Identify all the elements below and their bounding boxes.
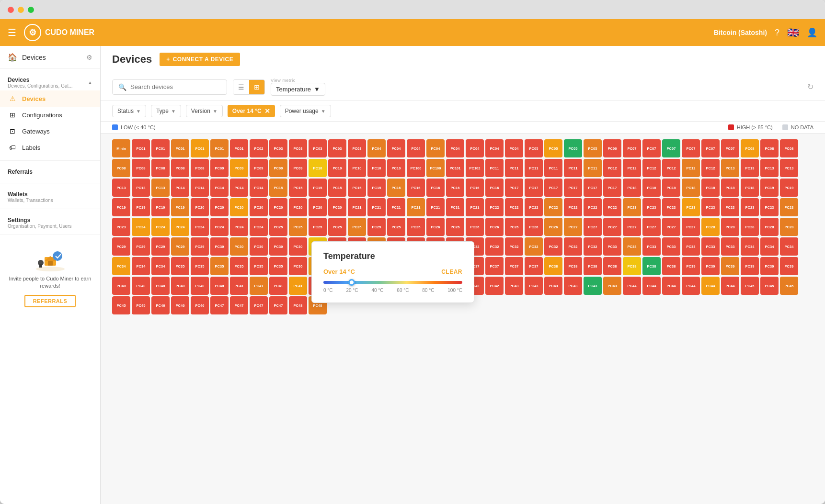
device-tile[interactable]: PC09 — [210, 159, 229, 177]
device-tile[interactable]: PC13 — [741, 159, 759, 177]
device-tile[interactable]: PC09 — [250, 159, 268, 177]
device-tile[interactable]: PC25 — [269, 218, 287, 236]
device-tile[interactable]: PC06 — [603, 139, 621, 157]
device-tile[interactable]: PC26 — [446, 218, 464, 236]
device-tile[interactable]: PC19 — [132, 198, 150, 216]
device-tile[interactable]: PC20 — [230, 198, 248, 216]
device-tile[interactable]: PC03 — [348, 139, 366, 157]
device-tile[interactable]: PC21 — [367, 198, 386, 216]
device-tile[interactable]: PC38 — [544, 257, 562, 275]
device-tile[interactable]: PC17 — [544, 179, 562, 197]
device-tile[interactable]: PC21 — [426, 198, 445, 216]
device-tile[interactable]: PC46 — [171, 296, 189, 314]
language-flag[interactable]: 🇬🇧 — [787, 27, 799, 38]
device-tile[interactable]: PC22 — [584, 198, 602, 216]
device-tile[interactable]: PC27 — [642, 218, 661, 236]
device-tile[interactable]: PC25 — [328, 218, 346, 236]
device-tile[interactable]: PC05 — [564, 139, 582, 157]
device-tile[interactable]: PC22 — [485, 198, 504, 216]
device-tile[interactable]: PC31 — [446, 198, 464, 216]
device-tile[interactable]: PC14 — [191, 179, 209, 197]
device-tile[interactable]: PC27 — [584, 218, 602, 236]
device-tile[interactable]: PC32 — [525, 237, 543, 256]
device-tile[interactable]: PC41 — [230, 277, 248, 295]
device-tile[interactable]: PC38 — [603, 257, 621, 275]
device-tile[interactable]: PC23 — [682, 198, 700, 216]
device-tile[interactable]: PC39 — [682, 257, 700, 275]
device-tile[interactable]: PC47 — [210, 296, 229, 314]
device-tile[interactable]: PC34 — [132, 257, 150, 275]
device-tile[interactable]: PC23 — [112, 218, 130, 236]
device-tile[interactable]: PC18 — [642, 179, 661, 197]
device-tile[interactable]: PC01 — [132, 139, 150, 157]
device-tile[interactable]: PC05 — [525, 139, 543, 157]
device-tile[interactable]: PC20 — [328, 198, 346, 216]
device-tile[interactable]: PC23 — [623, 198, 641, 216]
sidebar-section-settings[interactable]: Settings Organisation, Payment, Users — [0, 209, 100, 235]
device-tile[interactable]: PC28 — [760, 218, 779, 236]
device-tile[interactable]: PC32 — [544, 237, 562, 256]
device-tile[interactable]: PC25 — [407, 218, 425, 236]
device-tile[interactable]: PC11 — [544, 159, 562, 177]
device-tile[interactable]: PC36 — [289, 257, 307, 275]
user-icon[interactable]: 👤 — [807, 27, 817, 38]
device-tile[interactable]: PC27 — [682, 218, 700, 236]
device-tile[interactable]: PC20 — [269, 198, 287, 216]
device-tile[interactable]: PC05 — [544, 139, 562, 157]
device-tile[interactable]: PC12 — [701, 159, 720, 177]
device-tile[interactable]: PC33 — [603, 237, 621, 256]
device-tile[interactable]: PC27 — [623, 218, 641, 236]
device-tile[interactable]: PC30 — [269, 237, 287, 256]
device-tile[interactable]: PC10 — [309, 159, 327, 177]
device-tile[interactable]: PC08 — [132, 159, 150, 177]
device-tile[interactable]: PC09 — [230, 159, 248, 177]
device-tile[interactable]: PC26 — [466, 218, 484, 236]
device-tile[interactable]: PC24 — [171, 218, 189, 236]
device-tile[interactable]: PC34 — [760, 237, 779, 256]
device-tile[interactable]: PC11 — [525, 159, 543, 177]
device-tile[interactable]: PC40 — [191, 277, 209, 295]
type-filter-button[interactable]: Type ▼ — [151, 105, 181, 117]
device-tile[interactable]: PC35 — [210, 257, 229, 275]
device-tile[interactable]: PC43 — [584, 277, 602, 295]
device-tile[interactable]: PC11 — [485, 159, 504, 177]
minimize-icon[interactable] — [18, 7, 24, 13]
version-filter-button[interactable]: Version ▼ — [186, 105, 223, 117]
device-tile[interactable]: PC12 — [682, 159, 700, 177]
device-tile[interactable]: PC12 — [623, 159, 641, 177]
sidebar-item-gateways[interactable]: ⊡ Gateways — [0, 123, 100, 139]
device-tile[interactable]: PC47 — [250, 296, 268, 314]
list-view-button[interactable]: ☰ — [233, 80, 249, 94]
device-tile[interactable]: PC29 — [191, 237, 209, 256]
device-tile[interactable]: PC38 — [564, 257, 582, 275]
device-tile[interactable]: PC41 — [289, 277, 307, 295]
device-tile[interactable]: PC07 — [662, 139, 680, 157]
device-tile[interactable]: PC29 — [171, 237, 189, 256]
sidebar-section-devices-header[interactable]: Devices Devices, Configurations, Gat... … — [0, 74, 100, 90]
device-tile[interactable]: PC12 — [642, 159, 661, 177]
device-tile[interactable]: PC19 — [171, 198, 189, 216]
referrals-button[interactable]: REFERRALS — [24, 295, 76, 307]
device-tile[interactable]: PC28 — [701, 218, 720, 236]
device-tile[interactable]: PC23 — [701, 198, 720, 216]
device-tile[interactable]: PC20 — [210, 198, 229, 216]
device-tile[interactable]: PC48 — [289, 296, 307, 314]
device-tile[interactable]: PC05 — [584, 139, 602, 157]
device-tile[interactable]: PC25 — [289, 218, 307, 236]
device-tile[interactable]: PC24 — [151, 218, 170, 236]
device-tile[interactable]: PC19 — [151, 198, 170, 216]
device-tile[interactable]: PC13 — [760, 159, 779, 177]
device-tile[interactable]: PC20 — [289, 198, 307, 216]
device-tile[interactable]: PC25 — [367, 218, 386, 236]
device-tile[interactable]: PC37 — [525, 257, 543, 275]
device-tile[interactable]: PC12 — [603, 159, 621, 177]
device-tile[interactable]: PC24 — [191, 218, 209, 236]
device-tile[interactable]: PC21 — [387, 198, 405, 216]
settings-gear-icon[interactable]: ⚙ — [86, 54, 92, 61]
device-tile[interactable]: PC18 — [701, 179, 720, 197]
device-tile[interactable]: PC46 — [151, 296, 170, 314]
device-tile[interactable]: PC35 — [230, 257, 248, 275]
device-tile[interactable]: PC26 — [426, 218, 445, 236]
grid-view-button[interactable]: ⊞ — [249, 80, 264, 94]
device-tile[interactable]: PC28 — [741, 218, 759, 236]
